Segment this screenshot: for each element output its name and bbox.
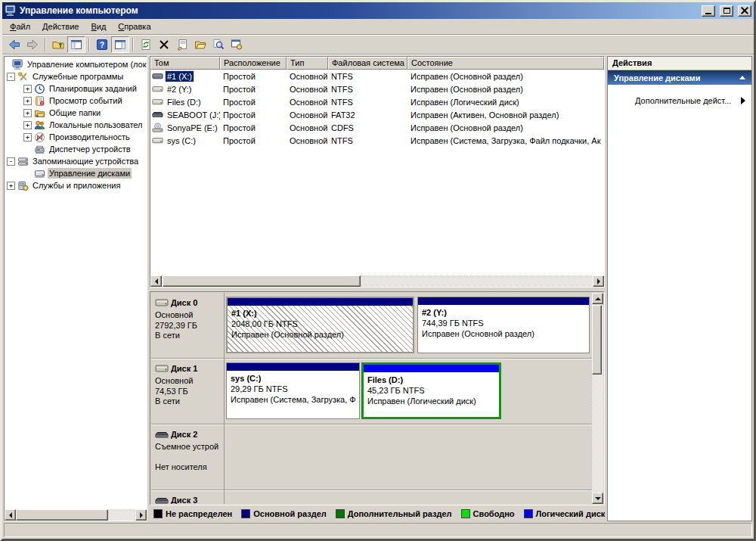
maximize-button[interactable] — [720, 5, 733, 17]
tree-item-device-manager[interactable]: Диспетчер устройств — [5, 143, 147, 155]
volume-row[interactable]: #2 (Y:)ПростойОсновнойNTFSИсправен (Осно… — [150, 82, 604, 95]
title-bar[interactable]: Управление компьютером — [2, 2, 754, 19]
collapse-box-icon[interactable]: - — [7, 73, 15, 81]
tools-icon — [17, 71, 29, 82]
disk-label[interactable]: Диск 3 — [151, 490, 225, 504]
disk-label[interactable]: Диск 1Основной74,53 ГБВ сети — [151, 359, 225, 424]
more-actions-item[interactable]: Дополнительные дейст... — [608, 95, 751, 107]
tree-item-event-viewer[interactable]: +Просмотр событий — [5, 95, 147, 107]
volume-list: ТомРасположениеТипФайловая системаСостоя… — [150, 56, 605, 288]
down-arrow-icon — [595, 497, 601, 500]
volume-row[interactable]: SEABOOT (J:)ПростойОсновнойFAT32Исправен… — [150, 108, 604, 121]
scroll-left-button[interactable] — [150, 275, 162, 287]
column-header-0[interactable]: Том — [150, 57, 220, 70]
disk-info-line: Нет носителя — [155, 462, 222, 473]
column-header-1[interactable]: Расположение — [220, 57, 287, 70]
scroll-track[interactable] — [592, 304, 603, 493]
tree-item-performance[interactable]: +Производительность — [5, 131, 147, 143]
menu-help[interactable]: Справка — [112, 19, 156, 34]
scroll-thumb[interactable] — [592, 305, 602, 375]
partition-primary[interactable]: #2 (Y:)744,39 ГБ NTFSИсправен (Основной … — [417, 297, 590, 353]
toolbar-show-action-pane-button[interactable] — [111, 36, 129, 53]
expand-box-icon[interactable]: + — [23, 97, 32, 105]
expand-box-icon[interactable]: + — [23, 85, 32, 93]
scroll-right-button[interactable] — [135, 509, 147, 521]
tree-item-label: Управление компьютером (лока — [26, 59, 147, 70]
column-header-4[interactable]: Состояние — [407, 57, 604, 70]
tree-item-system-tools[interactable]: -Служебные программы — [5, 70, 147, 82]
tree-item-storage[interactable]: -Запоминающие устройства — [5, 155, 147, 167]
legend-color-swatch — [461, 509, 470, 518]
volume-row[interactable]: SonyaPE (E:)ПростойОсновнойCDFSИсправен … — [150, 121, 604, 134]
scroll-right-button[interactable] — [593, 275, 604, 287]
volume-row[interactable]: sys (C:)ПростойОсновнойNTFSИсправен (Сис… — [150, 134, 604, 147]
expand-box-icon[interactable]: + — [23, 133, 32, 141]
tree-item-computer-management[interactable]: Управление компьютером (лока — [5, 58, 147, 70]
collapse-box-icon[interactable]: - — [7, 157, 15, 166]
legend-label: Логический диск — [536, 509, 605, 518]
disk-label[interactable]: Диск 2Съемное устройНет носителя — [151, 424, 225, 490]
toolbar-up-folder-button[interactable] — [49, 36, 67, 53]
partition-info: Files (D:)45,23 ГБ NTFSИсправен (Логичес… — [364, 372, 499, 417]
partition-logical[interactable]: Files (D:)45,23 ГБ NTFSИсправен (Логичес… — [361, 362, 501, 419]
close-button[interactable] — [738, 5, 751, 17]
expand-box-icon[interactable]: + — [23, 109, 32, 117]
tree-item-services[interactable]: +Службы и приложения — [5, 179, 147, 191]
scroll-up-button[interactable] — [592, 293, 603, 304]
scroll-thumb[interactable] — [16, 509, 108, 521]
disk-partition-area[interactable]: #1 (X:)2048,00 ГБ NTFSИсправен (Основной… — [225, 293, 592, 358]
menu-file[interactable]: Файл — [4, 19, 36, 34]
disks-vertical-scrollbar[interactable] — [592, 293, 603, 504]
legend-color-swatch — [241, 509, 250, 518]
toolbar-properties-button[interactable] — [173, 36, 191, 53]
actions-section-disk-management[interactable]: Управление дисками — [608, 70, 751, 85]
menu-view[interactable]: Вид — [85, 19, 112, 34]
tree-horizontal-scrollbar[interactable] — [5, 509, 147, 521]
disk-partition-area[interactable]: sys (C:)29,29 ГБ NTFSИсправен (Система, … — [225, 359, 592, 424]
expand-box-icon[interactable]: + — [23, 121, 32, 129]
toolbar-refresh-button[interactable] — [137, 36, 155, 53]
column-header-3[interactable]: Файловая система — [328, 57, 407, 70]
expand-box-icon[interactable]: + — [7, 182, 15, 190]
tree-item-disk-management[interactable]: Управление дисками — [5, 167, 147, 179]
disk-icon — [155, 363, 169, 374]
scroll-track[interactable] — [162, 275, 593, 287]
menu-action[interactable]: Действие — [36, 19, 85, 34]
volume-row[interactable]: #1 (X:)ПростойОсновнойNTFSИсправен (Осно… — [150, 70, 604, 82]
legend-label: Свободно — [473, 509, 515, 518]
tree-item-shared-folders[interactable]: +Общие папки — [5, 107, 147, 119]
disk-partition-area[interactable] — [225, 490, 592, 504]
toolbar-help-button[interactable]: ? — [93, 36, 111, 53]
tree-item-task-scheduler[interactable]: +Планировщик заданий — [5, 82, 147, 95]
left-arrow-icon — [9, 512, 12, 518]
volume-list-rows: #1 (X:)ПростойОсновнойNTFSИсправен (Осно… — [150, 70, 604, 275]
toolbar-forward-button[interactable] — [23, 36, 42, 53]
tree-item-label: Просмотр событий — [48, 95, 124, 106]
partition-primary[interactable]: #1 (X:)2048,00 ГБ NTFSИсправен (Основной… — [226, 297, 414, 353]
scroll-track[interactable] — [16, 509, 135, 521]
column-header-2[interactable]: Тип — [287, 57, 328, 70]
toolbar-zoom-button[interactable] — [209, 36, 228, 53]
scroll-down-button[interactable] — [592, 493, 603, 504]
toolbar-back-button[interactable] — [5, 36, 23, 53]
services-icon — [17, 180, 29, 191]
list-horizontal-scrollbar[interactable] — [150, 275, 604, 287]
volume-row[interactable]: Files (D:)ПростойОсновнойNTFSИсправен (Л… — [150, 95, 604, 108]
tree-item-local-users[interactable]: +Локальные пользовател — [5, 119, 147, 131]
disk-partition-area[interactable] — [225, 424, 592, 490]
disk-label[interactable]: Диск 0Основной2792,39 ГБВ сети — [151, 293, 225, 358]
toolbar-delete-button[interactable] — [155, 36, 173, 53]
toolbar-show-console-tree-button[interactable] — [67, 36, 85, 53]
svg-text:?: ? — [100, 40, 104, 49]
volume-icon — [152, 96, 163, 107]
partition-primary[interactable]: sys (C:)29,29 ГБ NTFSИсправен (Система, … — [226, 362, 360, 419]
partition-info: #1 (X:)2048,00 ГБ NTFSИсправен (Основной… — [228, 306, 413, 352]
scroll-thumb[interactable] — [163, 275, 361, 287]
volume-type: Основной — [287, 123, 328, 132]
scroll-left-button[interactable] — [5, 509, 16, 521]
toolbar-open-folder-button[interactable] — [191, 36, 209, 53]
disk-icon — [155, 297, 169, 308]
toolbar-console-options-button[interactable] — [228, 36, 246, 53]
right-arrow-icon — [597, 278, 600, 284]
minimize-button[interactable] — [702, 5, 715, 17]
